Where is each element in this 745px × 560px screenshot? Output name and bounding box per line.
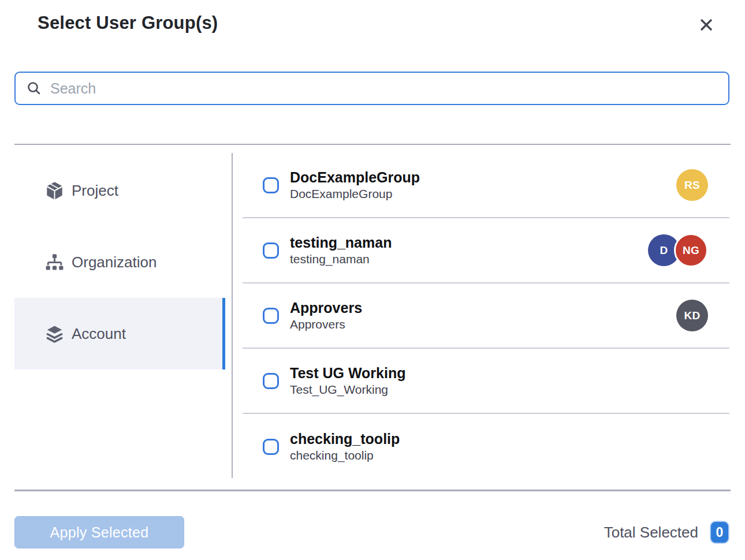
modal-content: Project Organization — [0, 153, 745, 481]
layers-icon — [45, 324, 64, 344]
group-name: DocExampleGroup — [290, 169, 420, 186]
group-avatars: KD — [676, 300, 708, 331]
group-checkbox[interactable] — [263, 439, 279, 455]
group-description: checking_toolip — [290, 449, 400, 462]
search-input[interactable] — [50, 80, 719, 97]
group-text: Approvers Approvers — [290, 300, 362, 332]
group-name: checking_toolip — [290, 431, 400, 447]
search-box — [14, 72, 729, 105]
group-name: testing_naman — [290, 234, 392, 251]
apply-selected-button[interactable]: Apply Selected — [14, 516, 184, 548]
cube-icon — [45, 181, 64, 200]
group-avatars: RS — [676, 169, 708, 201]
group-name: Approvers — [290, 300, 362, 316]
group-row: Test UG Working Test_UG_Working — [243, 349, 729, 414]
total-selected-badge: 0 — [710, 521, 729, 544]
footer-divider — [14, 490, 731, 491]
group-description: Test_UG_Working — [290, 383, 405, 397]
group-checkbox[interactable] — [263, 308, 279, 324]
tab-organization-label: Organization — [72, 253, 157, 271]
group-description: testing_naman — [290, 252, 392, 266]
modal-header: Select User Group(s) — [38, 13, 717, 36]
page-title: Select User Group(s) — [38, 13, 218, 33]
group-row: Approvers Approvers KD — [243, 283, 729, 349]
header-divider — [14, 144, 731, 145]
group-checkbox[interactable] — [263, 242, 279, 259]
group-text: testing_naman testing_naman — [290, 234, 392, 267]
group-description: DocExampleGroup — [290, 187, 420, 201]
select-user-groups-modal: Select User Group(s) — [0, 0, 745, 560]
total-selected: Total Selected 0 — [604, 516, 729, 548]
avatar: KD — [676, 300, 708, 331]
tab-organization[interactable]: Organization — [14, 226, 225, 298]
tab-project[interactable]: Project — [14, 155, 225, 226]
group-text: Test UG Working Test_UG_Working — [290, 365, 405, 397]
tab-account-label: Account — [72, 325, 126, 343]
user-group-list: DocExampleGroup DocExampleGroup RS testi… — [243, 153, 729, 479]
avatar: NG — [674, 233, 708, 267]
close-icon — [698, 16, 715, 33]
tab-project-label: Project — [72, 182, 118, 200]
org-chart-icon — [45, 254, 64, 271]
group-text: checking_toolip checking_toolip — [290, 431, 400, 463]
group-description: Approvers — [290, 318, 362, 331]
search-icon — [26, 80, 42, 96]
group-row: testing_naman testing_naman D NG — [243, 218, 729, 283]
close-button[interactable] — [695, 14, 717, 36]
group-row: checking_toolip checking_toolip — [243, 414, 729, 479]
sidebar-divider — [232, 153, 233, 478]
group-checkbox[interactable] — [263, 373, 279, 389]
group-name: Test UG Working — [290, 365, 405, 382]
scope-sidebar: Project Organization — [14, 155, 225, 369]
group-checkbox[interactable] — [263, 177, 279, 193]
total-selected-label: Total Selected — [604, 524, 698, 542]
group-avatars: D NG — [648, 233, 708, 267]
tab-account[interactable]: Account — [14, 298, 225, 369]
group-text: DocExampleGroup DocExampleGroup — [290, 169, 420, 201]
avatar: RS — [676, 169, 708, 201]
group-row: DocExampleGroup DocExampleGroup RS — [243, 153, 729, 218]
